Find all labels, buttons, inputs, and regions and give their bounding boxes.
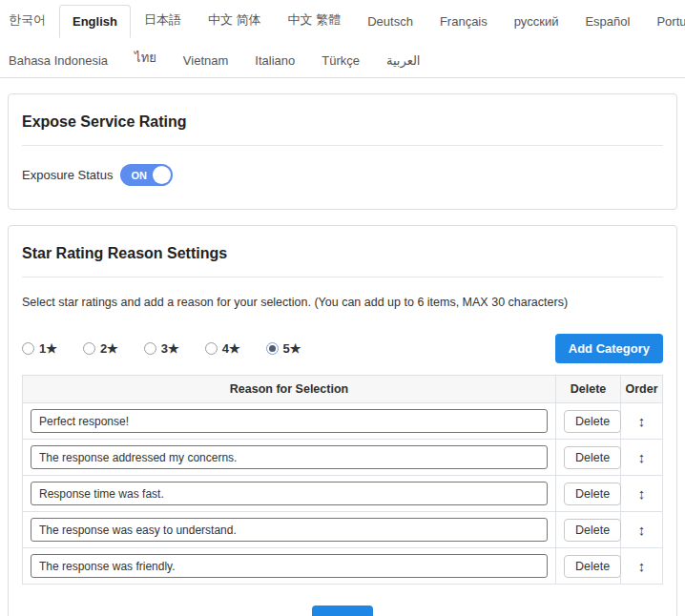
reason-card-description: Select star ratings and add a reason for… [22, 296, 663, 309]
tab-indonesian[interactable]: Bahasa Indonesia [8, 44, 121, 77]
add-category-button[interactable]: Add Category [555, 334, 663, 363]
table-header-row: Reason for Selection Delete Order [23, 376, 663, 403]
exposure-status-label: Exposure Status [22, 168, 113, 182]
tab-turkish[interactable]: Türkçe [308, 44, 373, 77]
radio-2-star-label: 2★ [100, 341, 118, 356]
radio-4-star-label: 4★ [222, 341, 240, 356]
table-row: Delete ↕ [23, 548, 663, 585]
delete-button-5[interactable]: Delete [564, 555, 621, 578]
radio-circle-icon [22, 342, 34, 355]
language-tab-row-2: Bahasa Indonesia ไทย Vietnam Italiano Tü… [0, 38, 685, 77]
radio-5-star-label: 5★ [283, 341, 301, 356]
tab-spanish[interactable]: Español [571, 5, 643, 38]
header-delete: Delete [556, 376, 621, 403]
save-button[interactable]: Save [312, 606, 373, 616]
star-rating-reason-card: Star Rating Reason Settings Select star … [8, 225, 677, 616]
tab-english[interactable]: English [59, 5, 131, 38]
tab-german[interactable]: Deutsch [354, 5, 426, 38]
delete-button-3[interactable]: Delete [564, 483, 621, 505]
radio-circle-icon [205, 342, 218, 355]
toggle-state-text: ON [131, 170, 147, 181]
table-row: Delete ↕ [23, 512, 663, 548]
drag-order-icon[interactable]: ↕ [638, 413, 646, 429]
star-rating-radio-group: 1★ 2★ 3★ 4★ 5★ [22, 341, 326, 356]
tab-chinese-traditional[interactable]: 中文 繁體 [275, 2, 355, 38]
table-row: Delete ↕ [23, 476, 663, 512]
drag-order-icon[interactable]: ↕ [638, 522, 646, 538]
drag-order-icon[interactable]: ↕ [638, 449, 646, 465]
divider [22, 145, 663, 146]
tab-arabic[interactable]: العربية [373, 44, 434, 77]
expose-service-rating-card: Expose Service Rating Exposure Status ON [8, 93, 677, 210]
exposure-status-row: Exposure Status ON [22, 164, 663, 186]
tab-portuguese[interactable]: Português [643, 5, 685, 38]
header-reason: Reason for Selection [23, 376, 556, 403]
drag-order-icon[interactable]: ↕ [638, 485, 646, 502]
language-tab-row-1: 한국어 English 日本語 中文 简体 中文 繁體 Deutsch Fran… [0, 2, 685, 38]
reason-input-3[interactable] [31, 482, 548, 505]
delete-button-1[interactable]: Delete [564, 410, 621, 433]
radio-4-star[interactable]: 4★ [205, 341, 240, 356]
exposure-status-toggle[interactable]: ON [120, 164, 173, 186]
radio-3-star-label: 3★ [161, 341, 179, 356]
table-row: Delete ↕ [23, 403, 663, 440]
reason-card-title: Star Rating Reason Settings [22, 245, 663, 262]
drag-order-icon[interactable]: ↕ [638, 558, 646, 574]
tab-french[interactable]: Français [426, 5, 501, 38]
header-order: Order [621, 376, 663, 403]
tab-russian[interactable]: русский [501, 5, 572, 38]
toggle-knob-icon [153, 166, 171, 184]
radio-circle-checked-icon [266, 342, 279, 355]
radio-5-star[interactable]: 5★ [266, 341, 301, 356]
radio-3-star[interactable]: 3★ [144, 341, 179, 356]
reason-input-5[interactable] [31, 554, 548, 578]
divider [22, 277, 663, 277]
reason-table: Reason for Selection Delete Order Delete… [22, 375, 663, 585]
delete-button-4[interactable]: Delete [564, 519, 621, 542]
save-row: Save [22, 606, 663, 616]
radio-circle-icon [144, 342, 156, 355]
tab-italian[interactable]: Italiano [241, 44, 308, 77]
delete-button-2[interactable]: Delete [564, 446, 621, 469]
reason-input-1[interactable] [31, 409, 548, 433]
table-row: Delete ↕ [23, 440, 663, 476]
tab-chinese-simplified[interactable]: 中文 简体 [195, 2, 275, 38]
reason-input-2[interactable] [31, 445, 548, 469]
radio-circle-icon [83, 342, 95, 355]
language-tab-bar: 한국어 English 日本語 中文 简体 中文 繁體 Deutsch Fran… [0, 0, 685, 78]
tab-korean[interactable]: 한국어 [8, 2, 59, 38]
radio-1-star-label: 1★ [39, 341, 57, 356]
expose-card-title: Expose Service Rating [22, 113, 663, 131]
tab-vietnamese[interactable]: Vietnam [170, 44, 241, 77]
radio-2-star[interactable]: 2★ [83, 341, 118, 356]
reason-input-4[interactable] [31, 518, 548, 542]
tab-thai[interactable]: ไทย [121, 38, 170, 77]
radio-1-star[interactable]: 1★ [22, 341, 57, 356]
tab-japanese[interactable]: 日本語 [131, 2, 195, 38]
rating-controls-row: 1★ 2★ 3★ 4★ 5★ Add Category [22, 334, 663, 363]
